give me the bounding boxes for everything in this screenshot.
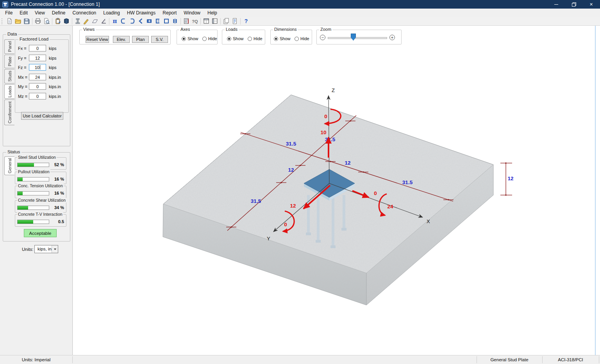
help-button[interactable]: ?: [242, 17, 250, 25]
toolbar-separator: [72, 18, 72, 25]
plate-outline-tool-button[interactable]: [162, 17, 171, 25]
tab-plate[interactable]: Plate: [4, 55, 14, 68]
plate-tool-button[interactable]: [91, 17, 99, 25]
fz-label: Fz =: [18, 65, 29, 70]
stud-table-button[interactable]: [202, 17, 211, 25]
square-icon: [163, 18, 170, 25]
open-file-button[interactable]: [14, 17, 22, 25]
menu-connection[interactable]: Connection: [69, 9, 100, 17]
plan-view-button[interactable]: Plan: [132, 36, 149, 43]
zoom-in-button[interactable]: +: [389, 35, 395, 40]
axes-hide-radio[interactable]: Hide: [202, 36, 217, 41]
pen-icon: [83, 18, 90, 25]
dim-x-right: 31.5: [402, 179, 413, 185]
x-axis-label: X: [427, 218, 430, 224]
zoom-slider-track[interactable]: [328, 37, 387, 39]
dim-x-left: 31.5: [286, 141, 296, 147]
edit-pen-button[interactable]: [82, 17, 91, 25]
menu-file[interactable]: File: [2, 9, 16, 17]
side-view-button[interactable]: S.V.: [151, 36, 168, 43]
tab-general[interactable]: General: [4, 156, 14, 175]
query-tool-button[interactable]: ?Q: [191, 17, 199, 25]
fx-input[interactable]: 0: [29, 45, 46, 51]
stud-tool-button[interactable]: [73, 17, 82, 25]
symmetry-tool-button[interactable]: [171, 17, 179, 25]
elevation-view-button[interactable]: Elev.: [113, 36, 130, 43]
tab-panel[interactable]: Panel: [4, 39, 14, 54]
dimensions-show-radio[interactable]: Show: [274, 36, 291, 41]
angle-tool-button[interactable]: [136, 17, 145, 25]
dimensions-group-title: Dimensions: [273, 27, 298, 32]
mz-input[interactable]: 0: [29, 93, 46, 99]
plate-table-button[interactable]: [211, 17, 219, 25]
menu-edit[interactable]: Edit: [16, 9, 31, 17]
radio-icon: [182, 37, 186, 41]
fy-unit: kips: [49, 56, 57, 60]
mx-label: Mx =: [18, 75, 29, 80]
panel-tool-button[interactable]: [145, 17, 154, 25]
toolbar-separator: [52, 18, 52, 25]
dim-y-plate: 12: [288, 167, 294, 173]
menu-view[interactable]: View: [31, 9, 48, 17]
copy-button[interactable]: [222, 17, 230, 25]
materials-book-button[interactable]: [62, 17, 71, 25]
svg-text:?: ?: [245, 18, 248, 24]
progress-bar: [17, 177, 49, 181]
restore-button[interactable]: [565, 0, 582, 9]
print-preview-button[interactable]: [42, 17, 51, 25]
text-caret: [40, 65, 40, 69]
print-button[interactable]: [34, 17, 42, 25]
dropdown-arrow-button[interactable]: [52, 245, 58, 253]
zoom-slider-thumb[interactable]: [351, 34, 356, 41]
menu-define[interactable]: Define: [48, 9, 69, 17]
statusbar-plate-type: General Stud Plate: [477, 355, 542, 364]
my-input[interactable]: 0: [29, 83, 46, 90]
new-document-button[interactable]: [5, 17, 14, 25]
fy-input[interactable]: 12: [29, 55, 46, 61]
status-group: Status General Steel Stud Utilization 52…: [3, 152, 70, 241]
axes-show-radio[interactable]: Show: [182, 36, 198, 41]
report-doc-button[interactable]: [230, 17, 239, 25]
close-button[interactable]: ×: [582, 0, 600, 9]
use-load-calculator-button[interactable]: Use Load Calculator: [21, 112, 63, 120]
tab-confinment[interactable]: Confinment: [4, 99, 14, 125]
menu-loading[interactable]: Loading: [100, 9, 123, 17]
calculator-button[interactable]: [182, 17, 191, 25]
tab-loads[interactable]: Loads: [4, 84, 14, 99]
loads-show-radio[interactable]: Show: [227, 36, 244, 41]
minimize-button[interactable]: [547, 0, 565, 9]
factored-load-group: Factored Load Fx = 0 kips Fy = 12 kips F…: [15, 39, 69, 113]
mx-input[interactable]: 24: [29, 74, 46, 80]
units-dropdown[interactable]: kips, in: [34, 245, 58, 253]
section-right-tool-button[interactable]: [128, 17, 136, 25]
channel-tool-button[interactable]: [154, 17, 162, 25]
window-edge: [595, 26, 596, 355]
section-left-tool-button[interactable]: [119, 17, 128, 25]
save-button[interactable]: [22, 17, 31, 25]
fz-row: Fz = 10 kips: [18, 64, 57, 71]
loads-hide-radio[interactable]: Hide: [248, 36, 262, 41]
export-report-button[interactable]: [54, 17, 62, 25]
dimensions-hide-radio[interactable]: Hide: [295, 36, 309, 41]
section-right-icon: [129, 18, 136, 25]
zoom-out-button[interactable]: −: [320, 35, 325, 40]
fz-input[interactable]: 10: [29, 64, 46, 71]
menu-help[interactable]: Help: [204, 9, 221, 17]
menu-hw-drawings[interactable]: HW Drawings: [123, 9, 159, 17]
pi-tool-button[interactable]: π: [111, 17, 119, 25]
fx-value: 0: [374, 190, 377, 196]
tab-studs[interactable]: Studs: [4, 69, 14, 83]
reset-view-button[interactable]: Reset View: [86, 36, 109, 43]
viewport-3d[interactable]: 31.5 12 31.5 31.5 12 31.5 12 Z X Y: [73, 26, 600, 355]
my-label: My =: [18, 84, 29, 89]
menu-window[interactable]: Window: [180, 9, 204, 17]
weld-tool-button[interactable]: [99, 17, 108, 25]
progress-bar: [17, 163, 49, 167]
report-doc-icon: [231, 18, 238, 25]
window-title: Precast Connection 1.00 - [Connection 1]: [11, 2, 100, 7]
weld-icon: [100, 18, 107, 25]
new-document-icon: [6, 18, 13, 25]
status-verdict-badge: Acceptable: [24, 229, 57, 237]
menu-report[interactable]: Report: [159, 9, 180, 17]
views-group: Views Reset View Elev. Plan S.V.: [79, 30, 171, 44]
